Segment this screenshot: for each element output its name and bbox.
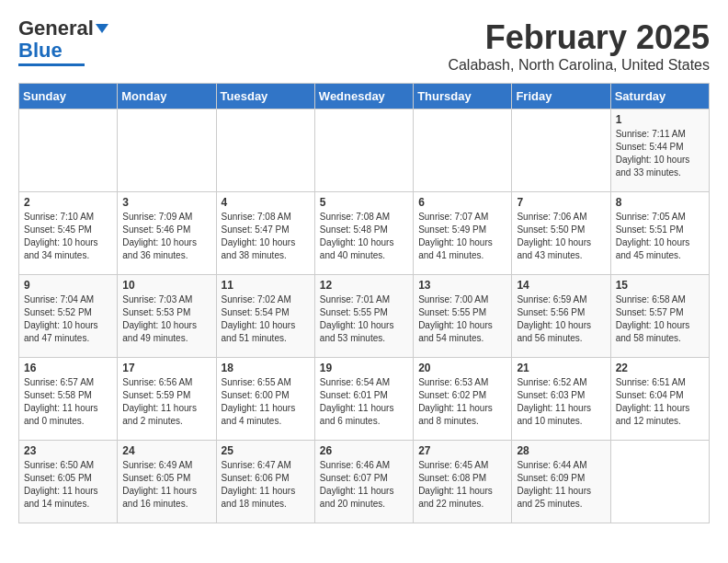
calendar-week-row: 23Sunrise: 6:50 AM Sunset: 6:05 PM Dayli…: [19, 441, 710, 523]
calendar-day-cell: 23Sunrise: 6:50 AM Sunset: 6:05 PM Dayli…: [19, 441, 118, 523]
day-number: 17: [122, 362, 210, 374]
day-number: 14: [517, 279, 605, 292]
calendar-day-cell: 24Sunrise: 6:49 AM Sunset: 6:05 PM Dayli…: [118, 441, 216, 523]
weekday-header-monday: Monday: [118, 84, 216, 109]
day-number: 21: [517, 362, 605, 374]
day-number: 20: [418, 362, 506, 374]
calendar-day-cell: 27Sunrise: 6:45 AM Sunset: 6:08 PM Dayli…: [414, 441, 512, 523]
svg-marker-0: [96, 24, 108, 33]
day-number: 19: [320, 362, 408, 374]
day-number: 16: [24, 362, 112, 374]
day-info: Sunrise: 6:49 AM Sunset: 6:05 PM Dayligh…: [122, 459, 210, 511]
calendar-day-cell: 7Sunrise: 7:06 AM Sunset: 5:50 PM Daylig…: [512, 192, 610, 275]
weekday-header-saturday: Saturday: [610, 84, 709, 109]
day-number: 10: [122, 279, 210, 292]
calendar-week-row: 2Sunrise: 7:10 AM Sunset: 5:45 PM Daylig…: [19, 192, 710, 275]
day-number: 15: [616, 279, 704, 292]
weekday-header-friday: Friday: [512, 84, 610, 109]
day-number: 24: [122, 444, 210, 457]
calendar-day-cell: [314, 109, 413, 192]
calendar-day-cell: 15Sunrise: 6:58 AM Sunset: 5:57 PM Dayli…: [610, 275, 709, 358]
day-number: 9: [24, 279, 112, 292]
day-number: 2: [24, 196, 112, 209]
calendar-day-cell: 17Sunrise: 6:56 AM Sunset: 5:59 PM Dayli…: [118, 358, 216, 441]
calendar-week-row: 16Sunrise: 6:57 AM Sunset: 5:58 PM Dayli…: [19, 358, 710, 441]
location-title: Calabash, North Carolina, United States: [448, 57, 710, 74]
calendar-day-cell: 9Sunrise: 7:04 AM Sunset: 5:52 PM Daylig…: [19, 275, 118, 358]
title-block: February 2025 Calabash, North Carolina, …: [448, 18, 710, 74]
weekday-header-sunday: Sunday: [19, 84, 118, 109]
calendar-day-cell: 16Sunrise: 6:57 AM Sunset: 5:58 PM Dayli…: [19, 358, 118, 441]
day-info: Sunrise: 6:51 AM Sunset: 6:04 PM Dayligh…: [616, 376, 704, 428]
calendar-day-cell: 12Sunrise: 7:01 AM Sunset: 5:55 PM Dayli…: [314, 275, 413, 358]
day-info: Sunrise: 6:53 AM Sunset: 6:02 PM Dayligh…: [418, 376, 506, 428]
day-info: Sunrise: 6:52 AM Sunset: 6:03 PM Dayligh…: [517, 376, 605, 428]
day-number: 28: [517, 444, 605, 457]
day-info: Sunrise: 7:05 AM Sunset: 5:51 PM Dayligh…: [616, 211, 704, 262]
day-info: Sunrise: 7:10 AM Sunset: 5:45 PM Dayligh…: [24, 211, 112, 262]
day-info: Sunrise: 7:11 AM Sunset: 5:44 PM Dayligh…: [616, 128, 704, 179]
calendar-day-cell: 13Sunrise: 7:00 AM Sunset: 5:55 PM Dayli…: [414, 275, 512, 358]
calendar-day-cell: 28Sunrise: 6:44 AM Sunset: 6:09 PM Dayli…: [512, 441, 610, 523]
calendar-day-cell: 6Sunrise: 7:07 AM Sunset: 5:49 PM Daylig…: [414, 192, 512, 275]
weekday-header-tuesday: Tuesday: [216, 84, 314, 109]
calendar-day-cell: 18Sunrise: 6:55 AM Sunset: 6:00 PM Dayli…: [216, 358, 314, 441]
day-info: Sunrise: 7:06 AM Sunset: 5:50 PM Dayligh…: [517, 211, 605, 262]
day-number: 4: [222, 196, 310, 209]
weekday-header-row: SundayMondayTuesdayWednesdayThursdayFrid…: [19, 84, 710, 109]
day-info: Sunrise: 6:58 AM Sunset: 5:57 PM Dayligh…: [616, 293, 704, 345]
day-info: Sunrise: 6:59 AM Sunset: 5:56 PM Dayligh…: [517, 293, 605, 345]
day-number: 11: [222, 279, 310, 292]
logo-general-text: General: [18, 18, 94, 39]
day-info: Sunrise: 7:04 AM Sunset: 5:52 PM Dayligh…: [24, 293, 112, 345]
calendar-day-cell: 10Sunrise: 7:03 AM Sunset: 5:53 PM Dayli…: [118, 275, 216, 358]
month-title: February 2025: [448, 18, 710, 57]
calendar-day-cell: 21Sunrise: 6:52 AM Sunset: 6:03 PM Dayli…: [512, 358, 610, 441]
logo: General Blue: [18, 18, 112, 66]
calendar-day-cell: 5Sunrise: 7:08 AM Sunset: 5:48 PM Daylig…: [314, 192, 413, 275]
day-number: 26: [320, 444, 408, 457]
day-info: Sunrise: 6:44 AM Sunset: 6:09 PM Dayligh…: [517, 459, 605, 511]
day-info: Sunrise: 7:00 AM Sunset: 5:55 PM Dayligh…: [418, 293, 506, 345]
day-number: 3: [122, 196, 210, 209]
day-info: Sunrise: 7:02 AM Sunset: 5:54 PM Dayligh…: [222, 293, 310, 345]
calendar-day-cell: 19Sunrise: 6:54 AM Sunset: 6:01 PM Dayli…: [314, 358, 413, 441]
logo-triangle-icon: [96, 20, 112, 37]
day-info: Sunrise: 6:50 AM Sunset: 6:05 PM Dayligh…: [24, 459, 112, 511]
calendar-day-cell: [118, 109, 216, 192]
day-info: Sunrise: 6:57 AM Sunset: 5:58 PM Dayligh…: [24, 376, 112, 428]
weekday-header-wednesday: Wednesday: [314, 84, 413, 109]
calendar-day-cell: [19, 109, 118, 192]
day-info: Sunrise: 7:08 AM Sunset: 5:48 PM Dayligh…: [320, 211, 408, 262]
day-info: Sunrise: 6:54 AM Sunset: 6:01 PM Dayligh…: [320, 376, 408, 428]
calendar-week-row: 1Sunrise: 7:11 AM Sunset: 5:44 PM Daylig…: [19, 109, 710, 192]
day-number: 23: [24, 444, 112, 457]
day-info: Sunrise: 7:03 AM Sunset: 5:53 PM Dayligh…: [122, 293, 210, 345]
calendar-day-cell: 2Sunrise: 7:10 AM Sunset: 5:45 PM Daylig…: [19, 192, 118, 275]
day-info: Sunrise: 6:45 AM Sunset: 6:08 PM Dayligh…: [418, 459, 506, 511]
calendar-day-cell: [512, 109, 610, 192]
calendar-day-cell: 22Sunrise: 6:51 AM Sunset: 6:04 PM Dayli…: [610, 358, 709, 441]
day-info: Sunrise: 6:56 AM Sunset: 5:59 PM Dayligh…: [122, 376, 210, 428]
calendar-day-cell: [610, 441, 709, 523]
calendar-day-cell: [414, 109, 512, 192]
calendar-day-cell: [216, 109, 314, 192]
day-info: Sunrise: 7:07 AM Sunset: 5:49 PM Dayligh…: [418, 211, 506, 262]
day-number: 22: [616, 362, 704, 374]
day-number: 18: [222, 362, 310, 374]
day-number: 5: [320, 196, 408, 209]
day-info: Sunrise: 6:46 AM Sunset: 6:07 PM Dayligh…: [320, 459, 408, 511]
calendar-day-cell: 1Sunrise: 7:11 AM Sunset: 5:44 PM Daylig…: [610, 109, 709, 192]
day-info: Sunrise: 7:09 AM Sunset: 5:46 PM Dayligh…: [122, 211, 210, 262]
day-number: 27: [418, 444, 506, 457]
calendar-day-cell: 8Sunrise: 7:05 AM Sunset: 5:51 PM Daylig…: [610, 192, 709, 275]
calendar-day-cell: 11Sunrise: 7:02 AM Sunset: 5:54 PM Dayli…: [216, 275, 314, 358]
calendar-table: SundayMondayTuesdayWednesdayThursdayFrid…: [18, 83, 710, 523]
calendar-day-cell: 20Sunrise: 6:53 AM Sunset: 6:02 PM Dayli…: [414, 358, 512, 441]
calendar-day-cell: 25Sunrise: 6:47 AM Sunset: 6:06 PM Dayli…: [216, 441, 314, 523]
weekday-header-thursday: Thursday: [414, 84, 512, 109]
day-info: Sunrise: 6:55 AM Sunset: 6:00 PM Dayligh…: [222, 376, 310, 428]
day-number: 7: [517, 196, 605, 209]
day-number: 12: [320, 279, 408, 292]
day-number: 8: [616, 196, 704, 209]
